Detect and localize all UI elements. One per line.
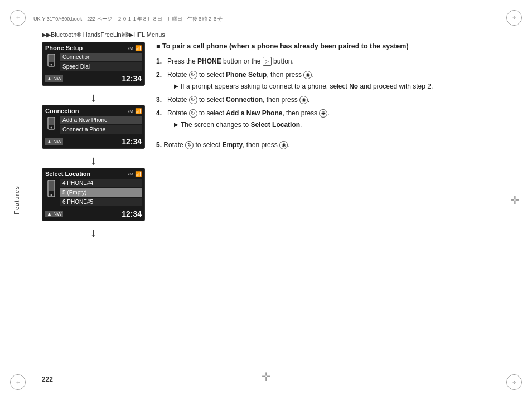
screen3-icons: RM 📶 (127, 171, 142, 177)
corner-decoration-tr: ✛ (506, 10, 522, 26)
phone-screen-1: Phone Setup RM 📶 Connection Speed Dial (42, 42, 145, 86)
signal-icon-1: 📶 (135, 45, 142, 51)
screen1-icons: RM 📶 (127, 45, 142, 51)
screen3-status: ▲ NW 12:34 (45, 209, 142, 218)
screen2-item-addphone: Add a New Phone (60, 116, 142, 124)
press-icon-2: ◉ (303, 71, 312, 79)
corner-decoration-br: ✛ (506, 374, 522, 390)
screen3-time: 12:34 (122, 209, 142, 218)
bullet-2: ▶ (174, 82, 178, 91)
screen3-item-phone5: 6 PHONE#5 (60, 198, 142, 206)
svg-point-8 (51, 194, 52, 196)
bottom-border (33, 369, 499, 369)
phone-icon-svg-2 (47, 117, 55, 130)
top-border (33, 28, 499, 28)
step-2-text: Rotate ↻ to select Phone Setup, then pre… (167, 70, 504, 91)
screen1-item-connection: Connection (60, 53, 142, 61)
arrow-down-2: ↓ (42, 154, 145, 167)
instructions-column: ■ To pair a cell phone (when a phone has… (156, 42, 504, 361)
rotate-icon-3: ↻ (189, 96, 197, 104)
step-4-text: Rotate ↻ to select Add a New Phone, then… (167, 108, 504, 130)
press-icon-5: ◉ (279, 141, 288, 149)
screen2-menu: Add a New Phone Connect a Phone (60, 116, 142, 135)
main-content: Phone Setup RM 📶 Connection Speed Dial (42, 42, 504, 361)
screen2-icons: RM 📶 (127, 108, 142, 114)
step-2: 2. Rotate ↻ to select Phone Setup, then … (156, 70, 504, 91)
rotate-icon-4: ↻ (189, 109, 197, 118)
step-3: 3. Rotate ↻ to select Connection, then p… (156, 95, 504, 105)
step-2-sub-text: If a prompt appears asking to connect to… (181, 81, 433, 91)
rm-icon-2: RM (127, 109, 133, 114)
step-2-sub: ▶ If a prompt appears asking to connect … (174, 81, 504, 91)
screen3-phone-icon-col (45, 179, 57, 199)
corner-decoration-tl: ✛ (10, 10, 26, 26)
signal-icon-2: 📶 (135, 108, 142, 114)
bottom-center-cross: ✛ (262, 370, 271, 383)
step-3-text: Rotate ↻ to select Connection, then pres… (167, 95, 504, 105)
phone-icon-svg-1 (47, 54, 55, 67)
step-5: 5. Rotate ↻ to select Empty, then press … (156, 140, 504, 150)
svg-rect-1 (49, 55, 54, 62)
phone-screens-column: Phone Setup RM 📶 Connection Speed Dial (42, 42, 145, 361)
corner-decoration-bl: ✛ (10, 374, 26, 390)
screen1-item-speeddial: Speed Dial (60, 62, 142, 71)
step-2-num: 2. (156, 70, 165, 91)
screen2-phone-icon-col (45, 116, 57, 131)
screen3-menu: 4 PHONE#4 5 (Empty) 6 PHONE#5 (60, 179, 142, 207)
screen1-phone-icon-col (45, 53, 57, 69)
phone-screen-2: Connection RM 📶 Add a New Phone Connect (42, 105, 145, 149)
step-4: 4. Rotate ↻ to select Add a New Phone, t… (156, 108, 504, 130)
screen1-time: 12:34 (122, 74, 142, 83)
screen3-nw: ▲ NW (45, 211, 63, 217)
phone-icon-svg-3 (47, 180, 55, 198)
screen3-body: 4 PHONE#4 5 (Empty) 6 PHONE#5 (45, 179, 142, 207)
screen2-item-connectphone: Connect a Phone (60, 125, 142, 134)
arrow-down-3: ↓ (42, 227, 145, 239)
step-1: 1. Press the PHONE button or the ▷ butto… (156, 56, 504, 66)
svg-rect-4 (49, 118, 54, 125)
page-number: 222 (42, 375, 53, 383)
screen2-title: Connection (45, 108, 79, 114)
screen2-body: Add a New Phone Connect a Phone (45, 116, 142, 135)
step-4-num: 4. (156, 108, 165, 130)
step-1-num: 1. (156, 56, 165, 66)
svg-point-2 (51, 64, 52, 66)
step-4-sub-text: The screen changes to Select Location. (181, 120, 302, 130)
press-icon-3: ◉ (299, 96, 308, 104)
rotate-icon-2: ↻ (189, 71, 197, 79)
press-icon-4: ◉ (319, 109, 327, 118)
screen1-status: ▲ NW 12:34 (45, 74, 142, 83)
rm-icon-1: RM (127, 46, 133, 51)
step-4-sub: ▶ The screen changes to Select Location. (174, 120, 504, 130)
phone-screen-3: Select Location RM 📶 4 PHONE#4 5 (Empty (42, 168, 145, 221)
screen3-item-empty: 5 (Empty) (60, 188, 142, 197)
svg-rect-7 (49, 181, 54, 191)
screen3-item-phone4: 4 PHONE#4 (60, 179, 142, 187)
screen1-title: Phone Setup (45, 45, 83, 51)
arrow-down-1: ↓ (42, 91, 145, 104)
screen2-time: 12:34 (122, 137, 142, 146)
bullet-4: ▶ (174, 120, 178, 130)
right-center-cross: ✛ (510, 193, 520, 207)
screen1-body: Connection Speed Dial (45, 53, 142, 72)
rm-icon-3: RM (127, 172, 133, 177)
side-label: Features (13, 183, 20, 217)
section-title: ■ To pair a cell phone (when a phone has… (156, 42, 504, 52)
screen2-nw: ▲ NW (45, 138, 63, 145)
svg-point-5 (51, 127, 52, 129)
signal-icon-3: 📶 (135, 171, 142, 177)
screen3-title: Select Location (45, 170, 90, 177)
rotate-icon-5: ↻ (185, 141, 194, 149)
breadcrumb: ▶▶Bluetooth® HandsFreeLink®▶HFL Menus (42, 31, 165, 38)
screen2-status: ▲ NW 12:34 (45, 137, 142, 146)
button-icon-1: ▷ (263, 57, 272, 66)
step-3-num: 3. (156, 95, 165, 105)
print-info: UK-Y-31T0A600.book 222 ページ ２０１１年８月８日 月曜日… (33, 16, 499, 23)
screen1-menu: Connection Speed Dial (60, 53, 142, 72)
step-1-text: Press the PHONE button or the ▷ button. (167, 56, 504, 66)
screen1-nw: ▲ NW (45, 75, 63, 82)
